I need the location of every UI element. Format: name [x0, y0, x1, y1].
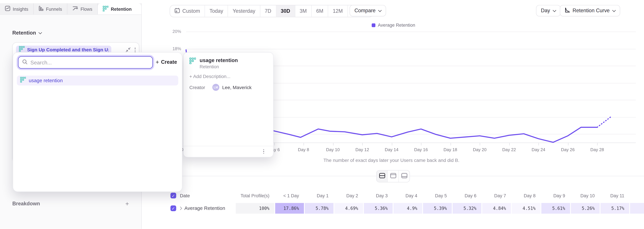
kebab-menu-icon[interactable] [134, 48, 136, 52]
creator-name: Lee, Maverick [222, 85, 252, 90]
report-details-card: usage retention Retention + Add Descript… [183, 52, 274, 157]
column-header: Day 1 [304, 193, 334, 198]
range-7d[interactable]: 7D [260, 5, 276, 17]
range-today[interactable]: Today [205, 5, 228, 17]
table-row[interactable]: ✓Average Retention100%17.86%5.78%4.69%5.… [170, 203, 644, 214]
search-result-usage-retention[interactable]: usage retention [17, 76, 178, 86]
range-label: 12M [333, 8, 343, 14]
column-header: Date [180, 193, 190, 198]
retention-value-cell[interactable]: 5.32% [453, 203, 481, 214]
flows-icon [72, 6, 78, 12]
breakdown-title: Breakdown [12, 201, 40, 207]
avatar: LM [212, 84, 219, 91]
x-axis-label: Day 8 [291, 147, 316, 152]
retention-value-cell[interactable]: 4.51% [512, 203, 540, 214]
x-axis-label: Day 14 [379, 147, 404, 152]
tab-insights[interactable]: Insights [0, 3, 34, 14]
chart-subtitle: The number of exact days later your User… [142, 158, 641, 162]
tab-label: Insights [13, 6, 28, 11]
retention-value-cell[interactable]: 5.78% [305, 203, 334, 214]
range-custom[interactable]: Custom [170, 5, 205, 17]
expand-chevron-icon[interactable] [178, 206, 182, 210]
select-all-checkbox[interactable]: ✓ [170, 193, 176, 198]
y-axis-label: 18% [164, 46, 181, 51]
retention-curve-icon [565, 8, 570, 14]
y-axis-label: 20% [164, 29, 181, 34]
range-label: 30D [281, 8, 290, 14]
tab-retention[interactable]: Retention [98, 3, 141, 14]
retention-value-cell[interactable]: 5.61% [541, 203, 570, 214]
column-header: Day 9 [541, 193, 570, 198]
create-button[interactable]: + Create [156, 59, 177, 65]
table-header: ✓DateTotal Profile(s)< 1 DayDay 1Day 2Da… [170, 190, 630, 201]
chevron-down-icon [378, 8, 382, 12]
layout-table-bottom-button[interactable] [399, 170, 410, 182]
retention-value-cell[interactable]: 5.26% [571, 203, 600, 214]
chevron-down-icon [612, 8, 616, 12]
x-axis-label: Day 18 [438, 147, 463, 152]
tab-label: Flows [80, 6, 92, 11]
card-footer [184, 146, 273, 157]
column-header: < 1 Day [275, 193, 304, 198]
compare-button[interactable]: Compare [350, 5, 386, 16]
table-top-icon [390, 173, 396, 180]
row-label: Average Retention [184, 205, 225, 211]
range-3m[interactable]: 3M [295, 5, 312, 17]
column-header: Total Profile(s) [235, 193, 275, 198]
breakdown-section: Breakdown + [12, 201, 129, 207]
search-icon [22, 59, 28, 66]
granularity-button[interactable]: Day [536, 5, 561, 16]
tab-funnels[interactable]: Funnels [34, 3, 68, 14]
layout-table-top-button[interactable] [388, 170, 399, 182]
retention-value-cell[interactable]: 17.86% [275, 203, 304, 214]
column-header: Day 2 [334, 193, 364, 198]
retention-value-cell[interactable]: 5.36% [364, 203, 392, 214]
retention-icon [189, 58, 196, 69]
range-30d[interactable]: 30D [276, 5, 295, 17]
range-label: 3M [300, 8, 307, 14]
x-axis-label: Day 16 [409, 147, 433, 152]
column-header: Day 10 [570, 193, 600, 198]
retention-value-cell-partial[interactable] [630, 203, 644, 214]
retention-value-cell[interactable]: 4.84% [482, 203, 511, 214]
create-label: Create [161, 59, 177, 65]
retention-section-title: Retention [12, 30, 36, 36]
range-label: Yesterday [232, 8, 255, 14]
creator-label: Creator [189, 85, 212, 90]
retention-value-cell[interactable]: 4.69% [334, 203, 363, 214]
kebab-menu-icon[interactable] [263, 149, 264, 154]
app-window: Average Retention 20% 18% 16% 14% 12% 10… [0, 0, 644, 229]
x-axis-label: Day 22 [497, 147, 522, 152]
row-checkbox[interactable]: ✓ [170, 205, 176, 211]
add-description-button[interactable]: + Add Description... [189, 74, 230, 79]
column-header: Day 8 [511, 193, 541, 198]
tab-flows[interactable]: Flows [68, 3, 98, 14]
range-label: 7D [265, 8, 271, 14]
range-label: Custom [182, 8, 200, 14]
retention-value-cell[interactable]: 5.39% [423, 203, 452, 214]
funnels-icon [38, 6, 44, 12]
range-6m[interactable]: 6M [312, 5, 328, 17]
total-profiles-cell[interactable]: 100% [236, 203, 274, 214]
retention-section-header[interactable]: Retention [12, 30, 41, 36]
retention-value-cell[interactable]: 4.9% [394, 203, 422, 214]
x-axis-label: Day 20 [468, 147, 492, 152]
range-yesterday[interactable]: Yesterday [228, 5, 260, 17]
granularity-label: Day [541, 8, 550, 14]
chart-type-label: Retention Curve [572, 8, 610, 14]
range-label: Today [210, 8, 223, 14]
search-input[interactable]: Search... [18, 56, 153, 68]
add-breakdown-button[interactable]: + [126, 202, 129, 206]
column-header: Day 4 [393, 193, 422, 198]
retention-value-cell[interactable]: 5.17% [600, 203, 629, 214]
table-bottom-icon [401, 173, 407, 180]
layout-split-view-button[interactable] [377, 170, 388, 182]
date-range-selector: CustomTodayYesterday7D30D3M6M12MXTD [170, 5, 373, 17]
range-12m[interactable]: 12M [328, 5, 348, 17]
tab-label: Retention [111, 6, 132, 11]
report-type-tabs: InsightsFunnelsFlowsRetention [0, 3, 141, 15]
column-header: Day 11 [600, 193, 630, 198]
x-axis-label: Day 24 [526, 147, 551, 152]
column-header: Day 5 [422, 193, 452, 198]
chart-type-button[interactable]: Retention Curve [560, 5, 620, 16]
